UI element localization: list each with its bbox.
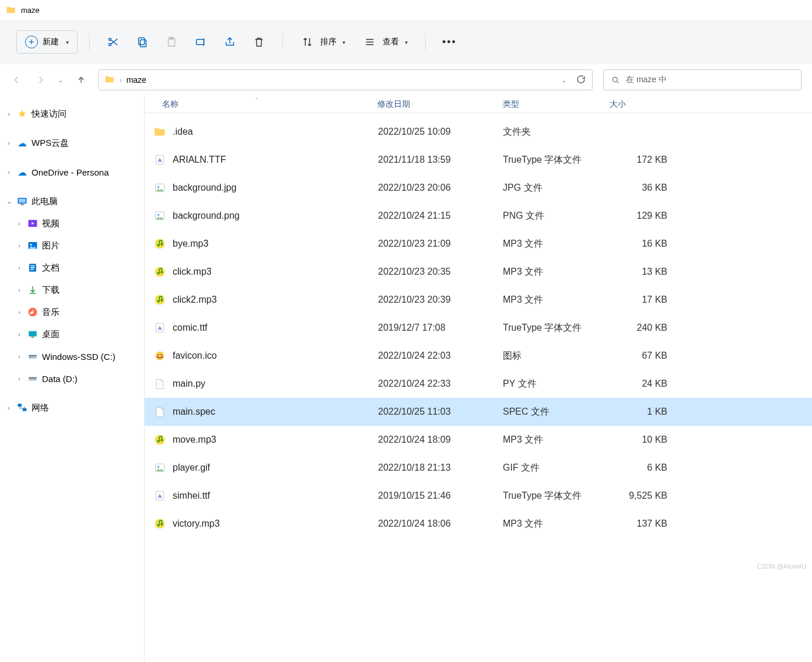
sidebar-label: 图片 (42, 240, 60, 251)
file-row[interactable]: victory.mp32022/10/24 18:06MP3 文件137 KB (145, 510, 812, 538)
sidebar-label: 视频 (42, 218, 60, 229)
view-button[interactable]: 查看 ▾ (357, 35, 414, 49)
file-icon: A (153, 321, 167, 335)
sidebar-label: 下载 (42, 285, 60, 296)
file-name: player.gif (173, 463, 378, 473)
file-size: 1 KB (609, 407, 672, 417)
sidebar-item-network[interactable]: › 网络 (0, 397, 144, 419)
more-button[interactable]: ••• (438, 30, 461, 54)
file-type: TrueType 字体文件 (503, 322, 609, 334)
new-button[interactable]: + 新建 ▾ (16, 30, 78, 54)
sidebar-item-quick-access[interactable]: › ★ 快速访问 (0, 103, 144, 125)
svg-point-33 (158, 214, 159, 216)
search-box[interactable]: 在 maze 中 (603, 69, 802, 90)
file-name: victory.mp3 (173, 519, 378, 529)
sidebar: › ★ 快速访问 › ☁ WPS云盘 › ☁ OneDrive - Person… (0, 96, 145, 662)
chevron-down-icon: ▾ (66, 39, 69, 45)
sidebar-item-videos[interactable]: › 视频 (0, 212, 144, 234)
video-icon (27, 218, 38, 229)
file-name: favicon.ico (173, 351, 378, 361)
forward-button[interactable] (34, 73, 47, 86)
file-row[interactable]: click2.mp32022/10/23 20:39MP3 文件17 KB (145, 286, 812, 314)
cut-button[interactable] (102, 30, 125, 54)
separator (425, 33, 426, 51)
recent-dropdown[interactable]: ⌄ (57, 77, 64, 83)
clipboard-icon (164, 35, 178, 49)
file-pane: 名称 ˄ 修改日期 类型 大小 .idea2022/10/25 10:09文件夹… (145, 96, 812, 662)
up-button[interactable] (75, 73, 88, 86)
file-row[interactable]: main.py2022/10/24 22:33PY 文件24 KB (145, 370, 812, 398)
chevron-down-icon: ▾ (342, 39, 345, 45)
file-row[interactable]: main.spec2022/10/25 11:03SPEC 文件1 KB (145, 398, 812, 426)
breadcrumb-sep: › (120, 76, 122, 83)
file-row[interactable]: background.png2022/10/24 21:15PNG 文件129 … (145, 202, 812, 230)
file-name: main.spec (173, 407, 378, 417)
scissors-icon (106, 35, 120, 49)
svg-point-54 (158, 466, 159, 468)
file-type: MP3 文件 (503, 238, 609, 250)
file-row[interactable]: bye.mp32022/10/23 21:09MP3 文件16 KB (145, 230, 812, 258)
file-size: 240 KB (609, 323, 672, 333)
column-header-type[interactable]: 类型 (503, 99, 609, 110)
chevron-right-icon: › (15, 309, 23, 316)
column-header-name[interactable]: 名称 ˄ (145, 99, 377, 110)
file-size: 13 KB (609, 267, 672, 277)
file-row[interactable]: background.jpg2022/10/23 20:06JPG 文件36 K… (145, 174, 812, 202)
sidebar-item-drive-c[interactable]: › Windows-SSD (C:) (0, 345, 144, 367)
column-header-size[interactable]: 大小 (610, 99, 673, 110)
sidebar-item-onedrive[interactable]: › ☁ OneDrive - Persona (0, 161, 144, 183)
file-name: click2.mp3 (173, 295, 378, 305)
file-date: 2022/10/25 11:03 (378, 407, 503, 417)
sidebar-item-desktop[interactable]: › 桌面 (0, 323, 144, 345)
sidebar-label: Data (D:) (42, 374, 78, 384)
share-icon (223, 35, 237, 49)
file-date: 2022/10/25 10:09 (378, 127, 503, 137)
file-icon (153, 377, 167, 391)
file-row[interactable]: AARIALN.TTF2021/11/18 13:59TrueType 字体文件… (145, 146, 812, 174)
sidebar-item-wps[interactable]: › ☁ WPS云盘 (0, 132, 144, 154)
copy-button[interactable] (131, 30, 154, 54)
file-date: 2022/10/23 21:09 (378, 239, 503, 249)
back-button[interactable] (10, 73, 23, 86)
chevron-down-icon: ⌄ (5, 198, 13, 205)
sidebar-item-music[interactable]: › 音乐 (0, 301, 144, 323)
sidebar-item-thispc[interactable]: ⌄ 此电脑 (0, 190, 144, 212)
file-row[interactable]: .idea2022/10/25 10:09文件夹 (145, 118, 812, 146)
address-bar[interactable]: › maze ⌄ (98, 69, 593, 90)
file-row[interactable]: Asimhei.ttf2019/10/15 21:46TrueType 字体文件… (145, 482, 812, 510)
svg-point-45 (156, 352, 164, 360)
column-header-date[interactable]: 修改日期 (377, 99, 502, 110)
sidebar-item-drive-d[interactable]: › Data (D:) (0, 367, 144, 390)
address-dropdown[interactable]: ⌄ (557, 77, 571, 83)
refresh-button[interactable] (576, 74, 586, 86)
sidebar-item-pictures[interactable]: › 图片 (0, 234, 144, 257)
new-label: 新建 (43, 37, 59, 47)
chevron-right-icon: › (5, 110, 13, 117)
file-type: MP3 文件 (503, 294, 609, 306)
file-row[interactable]: click.mp32022/10/23 20:35MP3 文件13 KB (145, 258, 812, 286)
sidebar-item-documents[interactable]: › 文档 (0, 257, 144, 279)
file-date: 2022/10/24 21:15 (378, 211, 503, 221)
nav-row: ⌄ › maze ⌄ 在 maze 中 (0, 64, 812, 96)
file-date: 2019/10/15 21:46 (378, 491, 503, 501)
svg-point-48 (157, 356, 159, 358)
svg-rect-15 (30, 265, 35, 267)
file-row[interactable]: favicon.ico2022/10/24 22:03图标67 KB (145, 342, 812, 370)
delete-button[interactable] (247, 30, 271, 54)
document-icon (27, 262, 38, 274)
paste-button[interactable] (160, 30, 183, 54)
sidebar-label: OneDrive - Persona (32, 167, 109, 177)
rename-button[interactable] (189, 30, 212, 54)
file-type: SPEC 文件 (503, 406, 609, 418)
file-row[interactable]: Acomic.ttf2019/12/7 17:08TrueType 字体文件24… (145, 314, 812, 342)
svg-point-49 (162, 356, 163, 358)
breadcrumb-item[interactable]: maze (127, 75, 146, 85)
sort-button[interactable]: 排序 ▾ (295, 35, 351, 49)
file-row[interactable]: move.mp32022/10/24 18:09MP3 文件10 KB (145, 426, 812, 454)
chevron-right-icon: › (15, 264, 23, 271)
pictures-icon (27, 240, 38, 251)
file-name: click.mp3 (173, 267, 378, 277)
share-button[interactable] (218, 30, 242, 54)
sidebar-item-downloads[interactable]: › 下载 (0, 279, 144, 301)
file-row[interactable]: player.gif2022/10/18 21:13GIF 文件6 KB (145, 454, 812, 482)
